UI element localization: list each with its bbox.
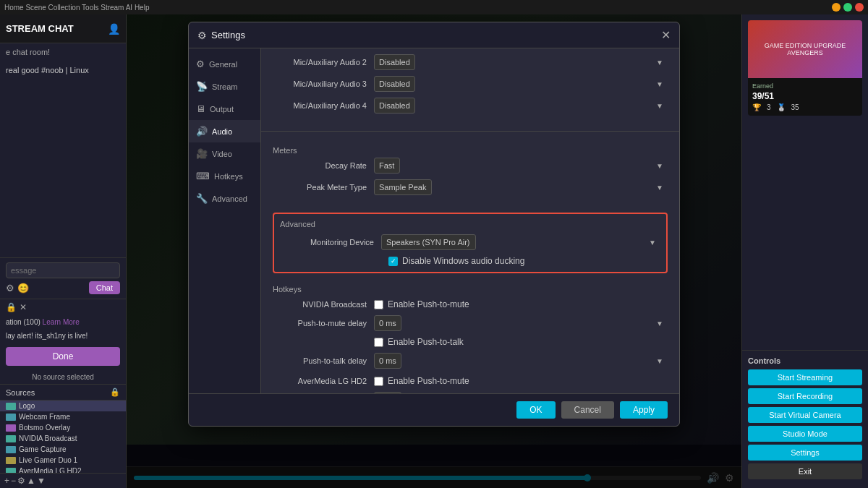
output-icon: 🖥: [196, 103, 205, 114]
nvidia-ptm-delay-select[interactable]: 0 ms: [374, 315, 401, 331]
peak-meter-row: Peak Meter Type Sample Peak ▼: [273, 179, 668, 195]
achievement-value: 39/51: [752, 91, 858, 101]
nav-label: Output: [210, 105, 234, 114]
settings-nav-output[interactable]: 🖥 Output: [189, 98, 260, 120]
source-settings-button[interactable]: ⚙: [17, 476, 25, 486]
mic-aux-3-select[interactable]: Disabled: [374, 76, 415, 92]
achievement-image: GAME EDITION UPGRADEAVENGERS: [748, 20, 862, 78]
remove-source-button[interactable]: −: [11, 476, 16, 486]
mic-aux-2-label: Mic/Auxiliary Audio 2: [273, 58, 374, 67]
list-item[interactable]: Botsmo Overlay: [0, 422, 126, 433]
mic-aux-4-select[interactable]: Disabled: [374, 98, 415, 114]
settings-nav-stream[interactable]: 📡 Stream: [189, 75, 260, 98]
titlebar-menu: Home Scene Collection Tools Stream AI He…: [4, 4, 149, 12]
emoji-icon[interactable]: 😊: [17, 283, 29, 294]
mic-aux-2-wrapper: Disabled ▼: [374, 54, 668, 70]
window-controls: [832, 3, 864, 12]
mic-aux-4-row: Mic/Auxiliary Audio 4 Disabled ▼: [273, 98, 668, 114]
nvidia-ptm-delay-row: Push-to-mute delay 0 ms ▼: [273, 315, 668, 331]
add-source-button[interactable]: +: [4, 476, 9, 486]
settings-icon[interactable]: ⚙: [6, 283, 14, 294]
done-button[interactable]: Done: [6, 347, 120, 366]
peak-meter-wrapper: Sample Peak ▼: [374, 179, 668, 195]
mic-aux-2-row: Mic/Auxiliary Audio 2 Disabled ▼: [273, 54, 668, 70]
cancel-button[interactable]: Cancel: [561, 401, 614, 419]
peak-meter-select[interactable]: Sample Peak: [374, 179, 432, 195]
apply-button[interactable]: Apply: [620, 401, 668, 419]
settings-nav-general[interactable]: ⚙ General: [189, 53, 260, 75]
studio-mode-button[interactable]: Studio Mode: [748, 426, 862, 442]
list-item[interactable]: Webcam Frame: [0, 411, 126, 422]
disable-ducking-checkbox[interactable]: ✓: [388, 257, 398, 266]
sources-header: Sources 🔒: [0, 385, 126, 401]
avermedia-ptm-checkbox[interactable]: [374, 377, 383, 386]
center-panel: Games Media 🔍 ⚙ U 14:22: [127, 14, 741, 488]
monitoring-device-row: Monitoring Device Speakers (SYN Pro Air)…: [280, 234, 660, 250]
mic-aux-3-wrapper: Disabled ▼: [374, 76, 668, 92]
chat-panel: STREAM CHAT 👤 e chat room! real good #no…: [0, 14, 127, 488]
general-icon: ⚙: [196, 59, 205, 69]
controls-label: Controls: [748, 356, 862, 365]
settings-nav-advanced[interactable]: 🔧 Advanced: [189, 187, 260, 210]
monitoring-device-select[interactable]: Speakers (SYN Pro Air): [381, 234, 476, 250]
source-name: Live Gamer Duo 1: [19, 456, 77, 464]
mic-aux-4-wrapper: Disabled ▼: [374, 98, 668, 114]
achievement-trophies: 🏆 3 🥈 35: [752, 103, 858, 111]
monitoring-device-wrapper: Speakers (SYN Pro Air) ▼: [381, 234, 660, 250]
source-up-button[interactable]: ▲: [27, 476, 35, 486]
source-name: AverMedia LG HD2: [19, 467, 82, 473]
avermedia-ptm-delay-wrapper: 0 ms ▼: [374, 392, 668, 393]
controls-panel: Controls Start Streaming Start Recording…: [742, 350, 868, 488]
nvidia-ptt-checkbox[interactable]: [374, 338, 383, 347]
sources-list: Logo Webcam Frame Botsmo Overlay NVIDIA …: [0, 401, 126, 473]
nvidia-ptm-delay-wrapper: 0 ms ▼: [374, 315, 668, 331]
dropdown-arrow: ▼: [656, 102, 663, 110]
nav-label: Video: [212, 150, 232, 158]
nvidia-ptt-delay-wrapper: 0 ms ▼: [374, 353, 668, 369]
overlay-close-button[interactable]: ✕: [20, 302, 27, 312]
source-action-bar: + − ⚙ ▲ ▼: [0, 473, 126, 488]
decay-rate-select[interactable]: Fast: [374, 158, 400, 174]
nvidia-broadcast-group: NVIDIA Broadcast Enable Push-to-mute Pus…: [273, 299, 668, 369]
list-item[interactable]: Game Capture: [0, 444, 126, 455]
start-streaming-button[interactable]: Start Streaming: [748, 369, 862, 385]
mic-aux-2-select[interactable]: Disabled: [374, 54, 415, 70]
nvidia-ptt-delay-row: Push-to-talk delay 0 ms ▼: [273, 353, 668, 369]
exit-button[interactable]: Exit: [748, 463, 862, 479]
minimize-button[interactable]: [832, 3, 841, 12]
settings-nav-video[interactable]: 🎥 Video: [189, 142, 260, 165]
avermedia-ptm-delay-select[interactable]: 0 ms: [374, 392, 401, 393]
disable-ducking-row: ✓ Disable Windows audio ducking: [388, 256, 660, 266]
close-button[interactable]: [855, 3, 864, 12]
chat-input[interactable]: [6, 262, 120, 278]
ok-button[interactable]: OK: [516, 401, 555, 419]
settings-icon: ⚙: [197, 30, 207, 41]
settings-nav-audio[interactable]: 🔊 Audio: [189, 120, 260, 142]
start-recording-button[interactable]: Start Recording: [748, 388, 862, 404]
achievement-body: Earned 39/51 🏆 3 🥈 35: [748, 78, 862, 116]
decay-rate-wrapper: Fast ▼: [374, 158, 668, 174]
settings-nav-hotkeys[interactable]: ⌨ Hotkeys: [189, 165, 260, 187]
settings-button[interactable]: Settings: [748, 445, 862, 461]
chat-manage-icon[interactable]: 👤: [108, 23, 120, 35]
learn-more-link[interactable]: Learn More: [43, 318, 80, 326]
titlebar: Home Scene Collection Tools Stream AI He…: [0, 0, 868, 14]
hotkeys-icon: ⌨: [196, 171, 210, 181]
list-item[interactable]: Live Gamer Duo 1: [0, 455, 126, 466]
chat-overlay-controls: 🔒 ✕: [0, 299, 126, 315]
dropdown-arrow: ▼: [656, 162, 663, 170]
list-item[interactable]: AverMedia LG HD2: [0, 466, 126, 473]
maximize-button[interactable]: [843, 3, 852, 12]
nvidia-ptm-checkbox[interactable]: [374, 300, 383, 309]
sources-lock-icon[interactable]: 🔒: [110, 388, 120, 397]
modal-close-button[interactable]: ✕: [661, 28, 671, 42]
list-item[interactable]: Logo: [0, 401, 126, 411]
list-item[interactable]: NVIDIA Broadcast: [0, 433, 126, 444]
source-down-button[interactable]: ▼: [37, 476, 46, 486]
overlay-lock-button[interactable]: 🔒: [6, 302, 17, 312]
avermedia-group: AverMedia LG HD2 Enable Push-to-mute Pus…: [273, 376, 668, 393]
notification-text: ation (100): [6, 318, 41, 326]
start-virtual-camera-button[interactable]: Start Virtual Camera: [748, 407, 862, 423]
nvidia-ptt-delay-select[interactable]: 0 ms: [374, 353, 401, 369]
chat-send-button[interactable]: Chat: [89, 281, 120, 294]
